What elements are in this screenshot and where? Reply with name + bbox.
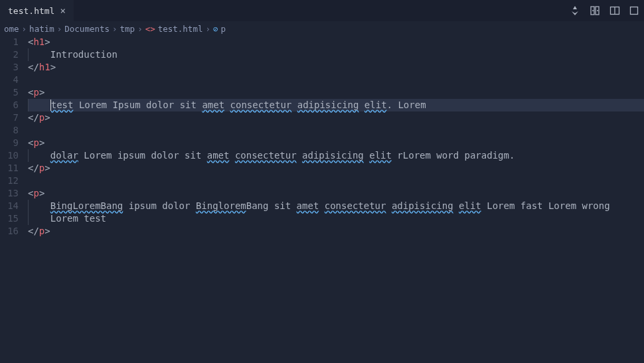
breadcrumb-item[interactable]: tmp [120, 24, 135, 34]
line-number: 12 [0, 175, 19, 187]
tab-test-html[interactable]: test.html × [0, 0, 74, 21]
chevron-right-icon: › [112, 24, 118, 34]
code-line-active[interactable]: test Lorem Ipsum dolor sit amet consecte… [28, 99, 644, 111]
line-number: 7 [0, 111, 19, 124]
svg-rect-4 [631, 7, 638, 15]
line-number: 16 [0, 225, 19, 238]
code-line[interactable]: </p> [28, 162, 644, 175]
html-icon: <> [145, 24, 155, 34]
line-number: 11 [0, 162, 19, 175]
breadcrumb-item[interactable]: ome [4, 24, 19, 34]
tab-group: test.html × [0, 0, 74, 21]
line-number: 2 [0, 48, 19, 61]
line-number: 1 [0, 36, 19, 48]
indent-guide [28, 99, 29, 111]
code-line[interactable]: dolar Lorem ipsum dolor sit amet consect… [28, 149, 644, 162]
chevron-right-icon: › [22, 24, 27, 34]
breadcrumb-item[interactable]: hatim [29, 24, 54, 34]
line-number: 4 [0, 74, 19, 86]
indent-guide [28, 200, 29, 212]
line-number: 9 [0, 137, 19, 149]
breadcrumb[interactable]: ome › hatim › Documents › tmp › <> test.… [0, 21, 644, 36]
indent-guide [28, 212, 29, 225]
line-number: 10 [0, 149, 19, 162]
editor[interactable]: 1 2 3 4 5 6 7 8 9 10 11 12 13 14 15 16 <… [0, 36, 644, 238]
line-number: 3 [0, 61, 19, 74]
compare-icon[interactable] [590, 5, 600, 16]
code-line[interactable]: </h1> [28, 61, 644, 74]
breadcrumb-item-symbol[interactable]: ⊘ p [213, 24, 226, 34]
code-line[interactable]: <p> [28, 187, 644, 200]
code-line[interactable]: Introduction [28, 48, 644, 61]
indent-guide [28, 48, 29, 61]
breadcrumb-item-file[interactable]: <> test.html [145, 24, 203, 34]
tab-bar: test.html × [0, 0, 644, 21]
customize-icon[interactable] [570, 5, 580, 16]
line-number: 6 [0, 99, 19, 111]
line-number: 13 [0, 187, 19, 200]
indent-guide [28, 149, 29, 162]
code-line[interactable] [28, 74, 644, 86]
code-line[interactable] [28, 175, 644, 187]
line-number: 15 [0, 212, 19, 225]
chevron-right-icon: › [57, 24, 62, 34]
code-area[interactable]: <h1> Introduction </h1> <p> test Lorem I… [28, 36, 644, 238]
code-line[interactable]: </p> [28, 225, 644, 238]
split-editor-icon[interactable] [609, 5, 620, 16]
code-line[interactable] [28, 124, 644, 137]
close-icon[interactable]: × [60, 5, 65, 16]
line-number: 8 [0, 124, 19, 137]
code-line[interactable]: <p> [28, 137, 644, 149]
line-number: 5 [0, 86, 19, 99]
code-line[interactable]: <p> [28, 86, 644, 99]
breadcrumb-item[interactable]: Documents [64, 24, 110, 34]
more-icon[interactable] [629, 5, 639, 16]
code-line[interactable]: Lorem test [28, 212, 644, 225]
editor-actions [570, 5, 644, 16]
chevron-right-icon: › [137, 24, 143, 34]
tab-label: test.html [8, 6, 54, 16]
line-number: 14 [0, 200, 19, 212]
chevron-right-icon: › [205, 24, 210, 34]
code-line[interactable]: </p> [28, 111, 644, 124]
code-line[interactable]: <h1> [28, 36, 644, 48]
code-line[interactable]: BingLoremBang ipsum dolor BingloremBang … [28, 200, 644, 212]
tag-icon: ⊘ [213, 24, 218, 34]
line-number-gutter: 1 2 3 4 5 6 7 8 9 10 11 12 13 14 15 16 [0, 36, 28, 238]
text-cursor [50, 100, 51, 111]
